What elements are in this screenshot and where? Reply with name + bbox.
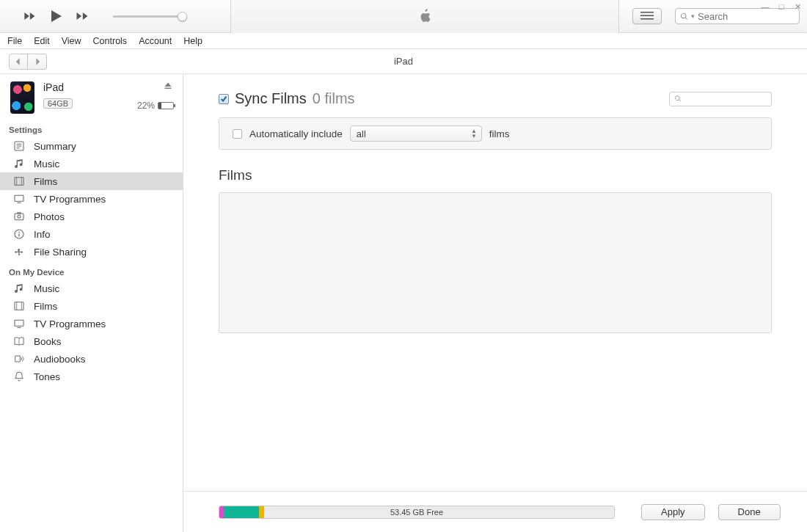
next-track-icon[interactable] xyxy=(75,9,90,23)
sidebar-item-photos[interactable]: Photos xyxy=(0,208,183,225)
audiobooks-icon xyxy=(13,353,25,365)
sidebar-item-device-films[interactable]: Films xyxy=(0,297,183,315)
sidebar-item-device-tv[interactable]: TV Programmes xyxy=(0,315,183,332)
sidebar-item-file-sharing[interactable]: File Sharing xyxy=(0,243,183,260)
capacity-badge: 64GB xyxy=(43,98,73,109)
window-controls: — □ ✕ xyxy=(760,1,803,12)
summary-icon xyxy=(13,140,25,152)
sidebar-item-tv[interactable]: TV Programmes xyxy=(0,190,183,208)
svg-rect-0 xyxy=(640,12,654,13)
search-field[interactable] xyxy=(698,11,795,22)
menu-file[interactable]: File xyxy=(7,36,22,46)
sidebar-item-label: Summary xyxy=(34,141,76,152)
search-icon xyxy=(674,95,682,103)
svg-rect-2 xyxy=(640,18,654,20)
volume-slider[interactable] xyxy=(113,15,186,18)
play-icon[interactable] xyxy=(47,7,65,25)
maximize-button[interactable]: □ xyxy=(776,1,786,12)
storage-free-label: 53.45 GB Free xyxy=(219,508,614,517)
sidebar-item-label: Tones xyxy=(34,371,60,382)
menu-account[interactable]: Account xyxy=(139,36,172,46)
films-search-input[interactable] xyxy=(669,92,772,106)
footer-bar: 53.45 GB Free Apply Done xyxy=(183,491,807,532)
sidebar-item-label: File Sharing xyxy=(34,247,87,258)
device-header[interactable]: iPad 64GB 22% xyxy=(0,74,183,118)
tv-icon xyxy=(13,193,25,205)
music-icon xyxy=(13,158,25,170)
sidebar-item-label: Music xyxy=(34,283,59,294)
info-icon xyxy=(13,228,25,240)
battery-percent: 22% xyxy=(137,101,155,111)
chevron-updown-icon: ▲▼ xyxy=(471,128,477,139)
back-button[interactable] xyxy=(9,54,28,70)
sidebar-item-label: Books xyxy=(34,336,62,347)
player-bar: ▾ xyxy=(0,0,807,33)
auto-include-checkbox[interactable] xyxy=(233,129,242,139)
forward-button[interactable] xyxy=(28,54,47,70)
sync-films-title: Sync Films xyxy=(235,90,307,107)
films-list[interactable] xyxy=(219,192,772,333)
auto-include-suffix: films xyxy=(489,128,510,139)
battery-icon xyxy=(158,102,174,109)
location-bar: iPad xyxy=(0,49,807,74)
sidebar-section-on-device: On My Device xyxy=(0,260,183,280)
sidebar-item-device-tones[interactable]: Tones xyxy=(0,368,183,385)
tones-icon xyxy=(13,371,25,382)
svg-rect-7 xyxy=(15,178,23,186)
done-button[interactable]: Done xyxy=(718,504,781,520)
sidebar-item-device-books[interactable]: Books xyxy=(0,332,183,350)
sidebar-item-info[interactable]: Info xyxy=(0,225,183,243)
previous-track-icon[interactable] xyxy=(22,9,37,23)
eject-icon[interactable] xyxy=(164,81,172,90)
menu-controls[interactable]: Controls xyxy=(93,36,128,46)
svg-rect-1 xyxy=(640,15,654,17)
sidebar-item-label: Photos xyxy=(34,211,65,222)
search-scope-chevron-icon[interactable]: ▾ xyxy=(691,12,695,20)
device-name: iPad xyxy=(43,81,174,93)
svg-point-13 xyxy=(18,215,21,218)
sidebar-item-music[interactable]: Music xyxy=(0,155,183,172)
auto-include-dropdown[interactable]: all ▲▼ xyxy=(350,125,482,142)
svg-point-16 xyxy=(18,232,20,233)
sidebar-item-label: Films xyxy=(34,176,57,187)
menu-view[interactable]: View xyxy=(62,36,81,46)
sidebar-item-label: TV Programmes xyxy=(34,194,106,205)
tv-icon xyxy=(13,318,25,329)
sidebar-item-label: TV Programmes xyxy=(34,318,106,329)
films-search-field[interactable] xyxy=(682,94,767,104)
svg-rect-18 xyxy=(15,302,23,310)
apple-logo-icon xyxy=(417,8,433,24)
apply-button[interactable]: Apply xyxy=(641,504,705,520)
sidebar-section-settings: Settings xyxy=(0,118,183,137)
minimize-button[interactable]: — xyxy=(760,1,770,12)
view-list-button[interactable] xyxy=(632,8,662,24)
svg-rect-10 xyxy=(15,195,23,201)
auto-include-row: Automatically include all ▲▼ films xyxy=(219,117,772,150)
menu-edit[interactable]: Edit xyxy=(34,36,50,46)
storage-usage-bar[interactable]: 53.45 GB Free xyxy=(219,506,615,519)
apps-icon xyxy=(13,246,25,258)
sidebar-item-device-audiobooks[interactable]: Audiobooks xyxy=(0,350,183,368)
sidebar-item-summary[interactable]: Summary xyxy=(0,137,183,155)
films-icon xyxy=(13,300,25,312)
auto-include-selected: all xyxy=(357,128,366,139)
films-icon xyxy=(13,175,25,187)
sidebar-item-label: Films xyxy=(34,301,57,312)
lcd-display xyxy=(230,0,619,33)
sidebar-item-label: Music xyxy=(34,158,59,170)
menu-help[interactable]: Help xyxy=(183,36,202,46)
page-title: iPad xyxy=(394,56,413,67)
main-pane: Sync Films 0 films Automatically include… xyxy=(183,74,807,532)
films-heading: Films xyxy=(219,167,772,183)
sidebar: iPad 64GB 22% Settings Summary Music xyxy=(0,74,183,532)
search-icon xyxy=(680,12,688,21)
auto-include-label: Automatically include xyxy=(249,128,343,139)
close-button[interactable]: ✕ xyxy=(792,1,803,12)
sidebar-item-label: Audiobooks xyxy=(34,354,86,365)
books-icon xyxy=(13,335,25,347)
menu-bar: File Edit View Controls Account Help xyxy=(0,33,807,49)
sidebar-item-device-music[interactable]: Music xyxy=(0,280,183,297)
sync-films-checkbox[interactable] xyxy=(219,94,229,104)
sidebar-item-films[interactable]: Films xyxy=(0,172,183,190)
device-thumbnail-icon xyxy=(10,81,34,114)
